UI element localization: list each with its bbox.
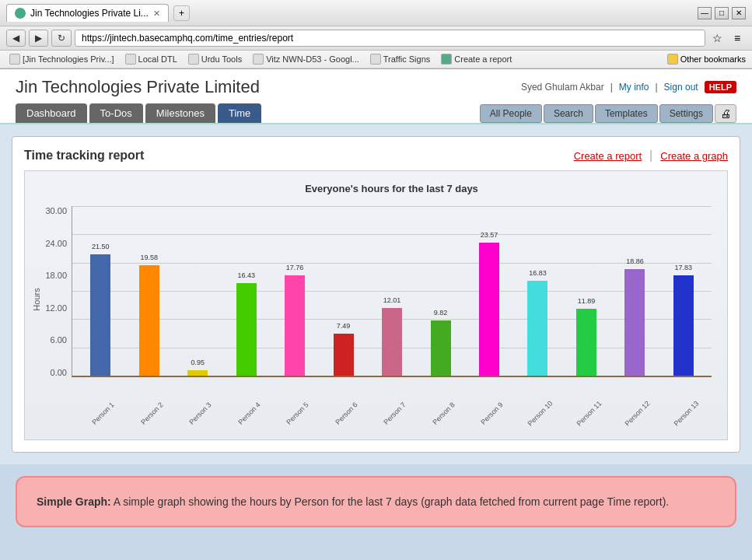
bookmark-vitz[interactable]: Vitz NWN-D53 - Googl... (250, 53, 362, 65)
bookmark-page-icon (9, 54, 20, 65)
refresh-button[interactable]: ↻ (51, 30, 72, 47)
address-bar[interactable] (75, 30, 705, 47)
app-title-row: Jin Technologies Private Limited Syed Gh… (16, 77, 736, 103)
bar-value: 18.86 (626, 257, 644, 265)
separator: | (610, 82, 613, 93)
bar-label: Person 11 (575, 399, 603, 427)
help-button[interactable]: HELP (705, 81, 736, 93)
bar: 18.86Person 12 (624, 269, 645, 376)
bar-label: Person 1 (90, 401, 116, 426)
bookmark-folder-icon (667, 54, 678, 65)
bar: 0.95Person 3 (187, 370, 208, 376)
nav-bar: ◀ ▶ ↻ ☆ ≡ (0, 26, 752, 51)
y-tick: 18.00 (34, 271, 67, 280)
templates-button[interactable]: Templates (595, 104, 658, 123)
settings-button[interactable]: Settings (659, 104, 713, 123)
bar: 12.01Person 7 (382, 308, 402, 376)
bar-group: 18.86Person 12 (610, 206, 659, 376)
bar-label: Person 13 (672, 399, 700, 427)
menu-icon[interactable]: ≡ (729, 30, 746, 47)
all-people-button[interactable]: All People (480, 104, 542, 123)
browser-chrome: Jin Technologies Private Li... ✕ + — □ ✕… (0, 0, 752, 69)
bookmark-page-icon (253, 54, 264, 65)
bar-group: 11.89Person 11 (562, 206, 610, 376)
bookmark-local-dtl[interactable]: Local DTL (122, 53, 180, 65)
bar: 9.82Person 8 (431, 320, 451, 376)
tab-milestones[interactable]: Milestones (145, 103, 215, 123)
close-button[interactable]: ✕ (732, 7, 746, 19)
minimize-button[interactable]: — (698, 7, 712, 19)
bar-value: 21.50 (92, 243, 110, 250)
new-tab-button[interactable]: + (173, 5, 190, 21)
bar-label: Person 10 (526, 399, 554, 427)
y-axis: 30.00 24.00 18.00 12.00 6.00 0.00 (34, 206, 67, 377)
bar-group: 21.50Person 1 (76, 206, 124, 376)
bookmark-urdu-tools[interactable]: Urdu Tools (185, 53, 245, 65)
bar-value: 12.01 (383, 296, 401, 304)
tab-title: Jin Technologies Private Li... (30, 8, 149, 19)
nav-icons: ☆ ≡ (708, 30, 746, 47)
sign-out-link[interactable]: Sign out (664, 82, 698, 93)
bookmarks-bar: [Jin Technologies Priv...] Local DTL Urd… (0, 51, 752, 68)
tab-todos[interactable]: To-Dos (89, 103, 143, 123)
bar-group: 16.43Person 4 (222, 206, 270, 376)
bookmark-label: [Jin Technologies Priv...] (23, 54, 114, 64)
bookmark-jin-tech[interactable]: [Jin Technologies Priv...] (6, 53, 117, 65)
search-button[interactable]: Search (544, 104, 593, 123)
maximize-button[interactable]: □ (715, 7, 729, 19)
separator: | (655, 82, 657, 93)
bar-label: Person 12 (624, 399, 652, 427)
username: Syed Ghulam Akbar (521, 82, 604, 93)
bar-value: 19.58 (140, 254, 158, 261)
tab-dashboard[interactable]: Dashboard (16, 103, 87, 123)
bar-label: Person 9 (479, 401, 505, 426)
bookmark-page-icon (441, 54, 452, 65)
bar-label: Person 7 (382, 401, 407, 426)
right-nav: All People Search Templates Settings 🖨 (480, 104, 736, 123)
bar: 19.58Person 2 (139, 265, 159, 376)
bar-group: 16.83Person 10 (513, 206, 561, 376)
bar: 7.49Person 6 (334, 334, 354, 376)
create-report-link[interactable]: Create a report (574, 150, 642, 162)
bookmark-page-icon (125, 54, 136, 65)
y-tick: 30.00 (34, 206, 67, 215)
separator: | (649, 149, 652, 163)
user-info: Syed Ghulam Akbar | My info | Sign out H… (521, 81, 736, 93)
tab-close-button[interactable]: ✕ (153, 9, 160, 19)
bar-label: Person 2 (139, 401, 165, 426)
bar-group: 12.01Person 7 (368, 206, 416, 376)
bar: 17.83Person 13 (673, 275, 694, 376)
bar-group: 17.76Person 5 (271, 206, 319, 376)
window-controls: — □ ✕ (698, 7, 746, 19)
bookmark-create-report[interactable]: Create a report (438, 53, 515, 65)
bar: 16.83Person 10 (527, 281, 547, 376)
other-bookmarks[interactable]: Other bookmarks (667, 54, 746, 65)
main-nav: Dashboard To-Dos Milestones Time (16, 103, 261, 123)
bar: 23.57Person 9 (479, 243, 499, 376)
bookmark-star-icon[interactable]: ☆ (708, 30, 726, 47)
app-container: Jin Technologies Private Limited Syed Gh… (0, 69, 752, 464)
y-tick: 0.00 (34, 368, 67, 377)
tab-favicon (15, 8, 26, 19)
my-info-link[interactable]: My info (619, 82, 649, 93)
browser-tab[interactable]: Jin Technologies Private Li... ✕ (6, 4, 169, 22)
bookmark-label: Traffic Signs (383, 54, 431, 64)
bar-group: 19.58Person 2 (124, 206, 173, 376)
bar-value: 0.95 (191, 359, 205, 366)
back-button[interactable]: ◀ (6, 30, 26, 47)
bookmark-traffic-signs[interactable]: Traffic Signs (367, 53, 434, 65)
bookmark-page-icon (370, 54, 381, 65)
report-title: Time tracking report (24, 149, 144, 163)
content-area: Time tracking report Create a report | C… (0, 124, 752, 464)
bar-group: 23.57Person 9 (465, 206, 513, 376)
bar-value: 23.57 (481, 231, 498, 239)
bar: 21.50Person 1 (90, 254, 110, 376)
tooltip-text: A simple graph showing the hours by Pers… (111, 495, 670, 508)
tab-time[interactable]: Time (218, 103, 261, 123)
bar-label: Person 8 (431, 401, 456, 426)
print-button[interactable]: 🖨 (715, 104, 736, 123)
bar-value: 17.76 (286, 264, 304, 271)
forward-button[interactable]: ▶ (29, 30, 48, 47)
report-card: Time tracking report Create a report | C… (12, 136, 740, 453)
create-graph-link[interactable]: Create a graph (660, 150, 728, 162)
